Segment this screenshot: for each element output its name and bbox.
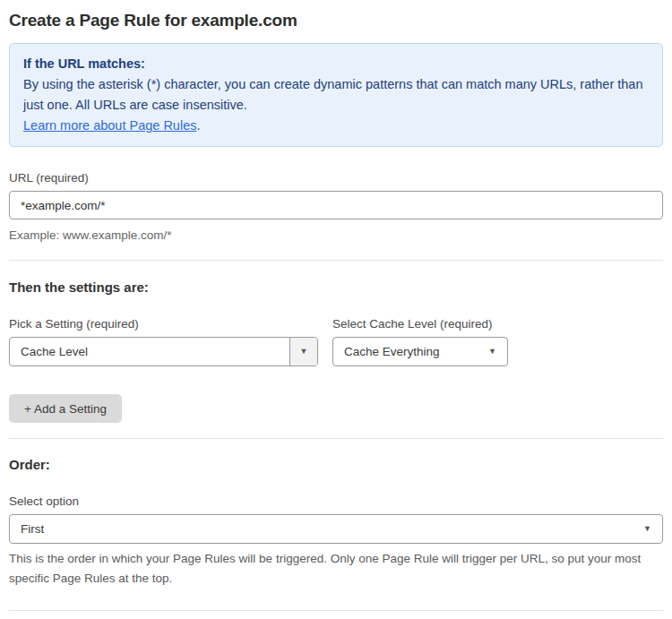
add-setting-button[interactable]: + Add a Setting xyxy=(9,394,122,423)
setting-picker-dropdown[interactable]: Cache Level ▼ xyxy=(9,337,318,366)
dropdown-arrow-button[interactable]: ▼ xyxy=(289,338,317,365)
cache-level-picker-field: Select Cache Level (required) Cache Ever… xyxy=(332,317,508,366)
link-suffix: . xyxy=(196,118,200,133)
order-section-heading: Order: xyxy=(9,457,663,472)
order-select-label: Select option xyxy=(9,494,663,508)
info-box-heading: If the URL matches: xyxy=(23,54,649,74)
setting-picker-label: Pick a Setting (required) xyxy=(9,317,318,331)
order-dropdown[interactable]: First ▼ xyxy=(9,514,663,544)
url-field-label: URL (required) xyxy=(9,171,663,185)
page-rule-form: Create a Page Rule for example.com If th… xyxy=(0,11,672,619)
setting-picker-field: Pick a Setting (required) Cache Level ▼ xyxy=(9,317,318,366)
chevron-down-icon: ▼ xyxy=(633,525,662,533)
setting-picker-value: Cache Level xyxy=(10,345,289,358)
order-helper-text: This is the order in which your Page Rul… xyxy=(9,549,663,589)
divider xyxy=(9,610,663,611)
chevron-down-icon: ▼ xyxy=(300,348,308,356)
page-title: Create a Page Rule for example.com xyxy=(9,11,663,30)
divider xyxy=(9,438,663,439)
learn-more-link[interactable]: Learn more about Page Rules xyxy=(23,118,196,133)
info-box-link-line: Learn more about Page Rules. xyxy=(23,116,649,136)
url-example-helper: Example: www.example.com/* xyxy=(9,226,663,245)
url-matches-info-box: If the URL matches: By using the asteris… xyxy=(9,43,663,147)
cache-level-picker-label: Select Cache Level (required) xyxy=(332,317,508,331)
info-box-body: By using the asterisk (*) character, you… xyxy=(23,74,649,116)
url-input[interactable] xyxy=(9,191,663,219)
cache-level-value: Cache Everything xyxy=(333,345,478,358)
settings-section-heading: Then the settings are: xyxy=(9,279,663,295)
settings-row: Pick a Setting (required) Cache Level ▼ … xyxy=(9,317,663,366)
order-value: First xyxy=(10,522,633,536)
divider xyxy=(9,260,663,261)
chevron-down-icon: ▼ xyxy=(478,348,507,356)
cache-level-dropdown[interactable]: Cache Everything ▼ xyxy=(332,337,508,366)
